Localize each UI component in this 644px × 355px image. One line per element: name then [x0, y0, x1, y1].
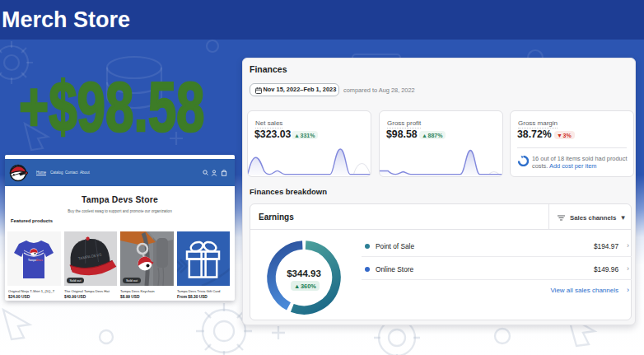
svg-text:TampaDevs: TampaDevs: [28, 259, 43, 262]
